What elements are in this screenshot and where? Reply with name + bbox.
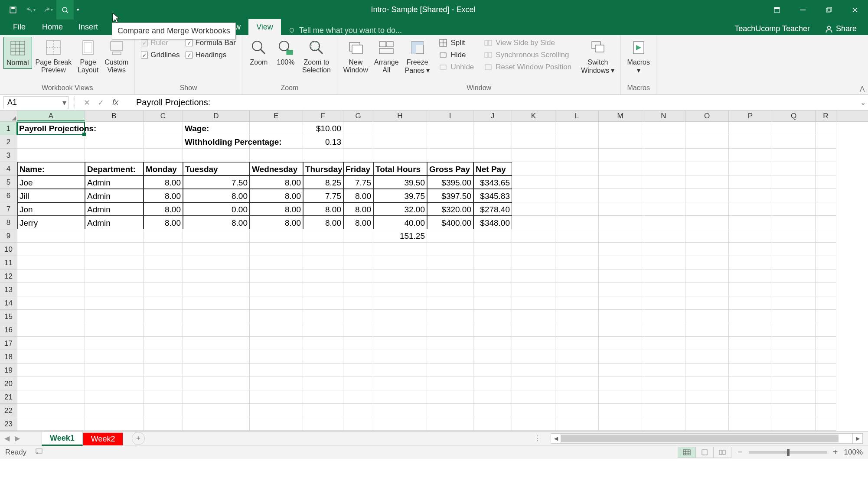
cell-F22[interactable]: [303, 404, 343, 417]
cell-I22[interactable]: [427, 404, 473, 417]
cell-Q6[interactable]: [772, 189, 816, 202]
cell-C17[interactable]: [144, 337, 183, 350]
cell-N1[interactable]: [642, 122, 685, 135]
cell-R13[interactable]: [816, 283, 836, 296]
cell-P13[interactable]: [729, 283, 772, 296]
cell-H15[interactable]: [373, 310, 427, 323]
cell-C19[interactable]: [144, 364, 183, 377]
cell-C22[interactable]: [144, 404, 183, 417]
spreadsheet-grid[interactable]: ABCDEFGHIJKLMNOPQR 1Payroll Projections:…: [0, 110, 868, 431]
cell-E23[interactable]: [250, 417, 303, 431]
cell-E8[interactable]: 8.00: [250, 216, 303, 229]
cell-A22[interactable]: [17, 404, 85, 417]
cell-A21[interactable]: [17, 390, 85, 404]
cell-A12[interactable]: [17, 269, 85, 283]
column-header-B[interactable]: B: [85, 110, 144, 121]
cell-P5[interactable]: [729, 175, 772, 189]
cell-C8[interactable]: 8.00: [144, 216, 183, 229]
cell-P1[interactable]: [729, 122, 772, 135]
cell-F23[interactable]: [303, 417, 343, 431]
cell-K11[interactable]: [512, 256, 555, 269]
cell-E7[interactable]: 8.00: [250, 202, 303, 216]
cell-P7[interactable]: [729, 202, 772, 216]
cell-N9[interactable]: [642, 229, 685, 243]
cell-Q4[interactable]: [772, 162, 816, 175]
compare-merge-button[interactable]: [56, 0, 74, 19]
column-header-I[interactable]: I: [427, 110, 473, 121]
cell-O8[interactable]: [685, 216, 729, 229]
close-button[interactable]: [842, 0, 868, 19]
name-box[interactable]: A1 ▾: [3, 96, 69, 109]
cell-I8[interactable]: $400.00: [427, 216, 473, 229]
cell-H18[interactable]: [373, 350, 427, 364]
cell-O19[interactable]: [685, 364, 729, 377]
row-header-7[interactable]: 7: [0, 202, 17, 216]
cell-O22[interactable]: [685, 404, 729, 417]
cell-F18[interactable]: [303, 350, 343, 364]
cell-H17[interactable]: [373, 337, 427, 350]
cell-E12[interactable]: [250, 269, 303, 283]
cell-G10[interactable]: [343, 243, 373, 256]
cell-H8[interactable]: 40.00: [373, 216, 427, 229]
cell-D22[interactable]: [183, 404, 250, 417]
cell-K20[interactable]: [512, 377, 555, 390]
cell-O12[interactable]: [685, 269, 729, 283]
column-header-M[interactable]: M: [599, 110, 642, 121]
cell-L13[interactable]: [555, 283, 599, 296]
cell-I7[interactable]: $320.00: [427, 202, 473, 216]
cell-M8[interactable]: [599, 216, 642, 229]
cell-Q17[interactable]: [772, 337, 816, 350]
save-button[interactable]: [4, 0, 22, 19]
cell-H3[interactable]: [373, 149, 427, 162]
cell-J5[interactable]: $343.65: [473, 175, 512, 189]
cell-E17[interactable]: [250, 337, 303, 350]
cell-M1[interactable]: [599, 122, 642, 135]
cell-C11[interactable]: [144, 256, 183, 269]
cell-O15[interactable]: [685, 310, 729, 323]
cell-H19[interactable]: [373, 364, 427, 377]
cell-B23[interactable]: [85, 417, 144, 431]
cell-L7[interactable]: [555, 202, 599, 216]
column-header-C[interactable]: C: [144, 110, 183, 121]
cell-L5[interactable]: [555, 175, 599, 189]
cell-I4[interactable]: Gross Pay: [427, 162, 473, 175]
cell-N16[interactable]: [642, 323, 685, 337]
cell-B20[interactable]: [85, 377, 144, 390]
cell-B13[interactable]: [85, 283, 144, 296]
row-header-5[interactable]: 5: [0, 175, 17, 189]
cell-H5[interactable]: 39.50: [373, 175, 427, 189]
cell-F12[interactable]: [303, 269, 343, 283]
cell-D20[interactable]: [183, 377, 250, 390]
cell-K6[interactable]: [512, 189, 555, 202]
cell-L11[interactable]: [555, 256, 599, 269]
cell-E16[interactable]: [250, 323, 303, 337]
row-header-2[interactable]: 2: [0, 135, 17, 149]
cell-R22[interactable]: [816, 404, 836, 417]
cell-Q9[interactable]: [772, 229, 816, 243]
cell-C6[interactable]: 8.00: [144, 189, 183, 202]
cell-Q15[interactable]: [772, 310, 816, 323]
cell-E10[interactable]: [250, 243, 303, 256]
cell-M18[interactable]: [599, 350, 642, 364]
cell-K2[interactable]: [512, 135, 555, 149]
cell-F11[interactable]: [303, 256, 343, 269]
cell-O1[interactable]: [685, 122, 729, 135]
cell-N19[interactable]: [642, 364, 685, 377]
cell-F14[interactable]: [303, 296, 343, 310]
cell-H23[interactable]: [373, 417, 427, 431]
cell-K13[interactable]: [512, 283, 555, 296]
cell-L23[interactable]: [555, 417, 599, 431]
cell-K5[interactable]: [512, 175, 555, 189]
cell-Q14[interactable]: [772, 296, 816, 310]
row-header-18[interactable]: 18: [0, 350, 17, 364]
cell-M5[interactable]: [599, 175, 642, 189]
cell-J13[interactable]: [473, 283, 512, 296]
tab-insert[interactable]: Insert: [71, 19, 106, 35]
cell-A18[interactable]: [17, 350, 85, 364]
cell-J1[interactable]: [473, 122, 512, 135]
cell-I12[interactable]: [427, 269, 473, 283]
cell-G3[interactable]: [343, 149, 373, 162]
redo-button[interactable]: ▾: [39, 0, 56, 19]
normal-view-button[interactable]: Normal: [3, 37, 32, 69]
cell-M6[interactable]: [599, 189, 642, 202]
